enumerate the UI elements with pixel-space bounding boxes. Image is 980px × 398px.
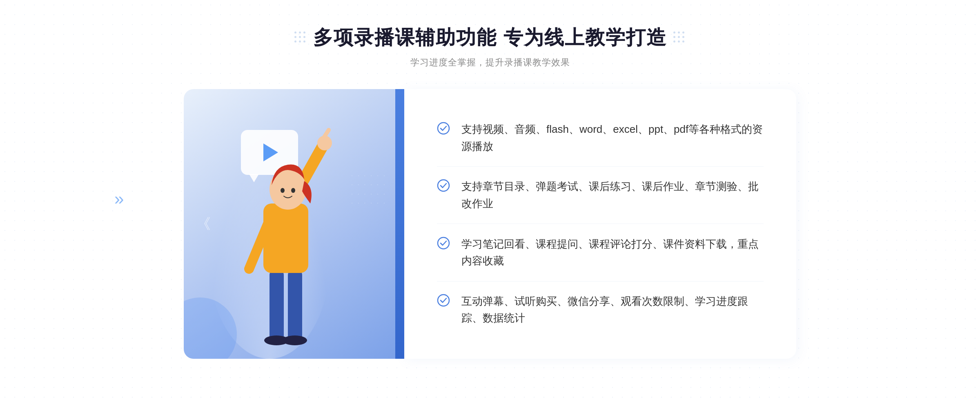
figure-illustration — [216, 114, 347, 359]
feature-text-1: 支持视频、音频、flash、word、excel、ppt、pdf等各种格式的资源… — [461, 121, 764, 155]
stripe-accent-bar — [395, 89, 404, 359]
feature-text-2: 支持章节目录、弹题考试、课后练习、课后作业、章节测验、批改作业 — [461, 178, 764, 212]
decorative-dots-right — [673, 31, 686, 44]
svg-point-13 — [438, 180, 449, 191]
page-subtitle: 学习进度全掌握，提升录播课教学效果 — [294, 56, 685, 69]
illustration-panel: 《 — [184, 89, 404, 359]
check-icon-3 — [437, 237, 450, 250]
check-icon-4 — [437, 294, 450, 307]
feature-item-3: 学习笔记回看、课程提问、课程评论打分、课件资料下载，重点内容收藏 — [437, 224, 764, 282]
feature-item-2: 支持章节目录、弹题考试、课后练习、课后作业、章节测验、批改作业 — [437, 167, 764, 224]
title-row: 多项录播课辅助功能 专为线上教学打造 — [294, 25, 685, 51]
svg-point-14 — [438, 237, 449, 249]
content-area: 《 — [184, 89, 796, 359]
svg-rect-0 — [270, 269, 284, 342]
check-icon-2 — [437, 179, 450, 192]
svg-point-12 — [438, 123, 449, 134]
header-section: 多项录播课辅助功能 专为线上教学打造 学习进度全掌握，提升录播课教学效果 — [294, 25, 685, 69]
page-wrapper: 多项录播课辅助功能 专为线上教学打造 学习进度全掌握，提升录播课教学效果 — [0, 0, 980, 398]
svg-point-15 — [438, 295, 449, 306]
page-chevron-decoration: » — [114, 189, 124, 209]
feature-text-4: 互动弹幕、试听购买、微信分享、观看次数限制、学习进度跟踪、数据统计 — [461, 293, 764, 327]
svg-point-3 — [283, 335, 307, 345]
feature-item-1: 支持视频、音频、flash、word、excel、ppt、pdf等各种格式的资源… — [437, 110, 764, 167]
decorative-dots-left — [294, 31, 307, 44]
check-icon-1 — [437, 122, 450, 135]
svg-point-9 — [281, 188, 285, 193]
page-title: 多项录播课辅助功能 专为线上教学打造 — [313, 25, 666, 51]
chevron-arrows: 《 — [196, 214, 211, 234]
svg-rect-1 — [288, 269, 302, 342]
illus-dots-grid — [351, 171, 392, 203]
features-panel: 支持视频、音频、flash、word、excel、ppt、pdf等各种格式的资源… — [404, 89, 796, 359]
feature-text-3: 学习笔记回看、课程提问、课程评论打分、课件资料下载，重点内容收藏 — [461, 236, 764, 270]
svg-point-10 — [291, 188, 295, 193]
feature-item-4: 互动弹幕、试听购买、微信分享、观看次数限制、学习进度跟踪、数据统计 — [437, 282, 764, 338]
